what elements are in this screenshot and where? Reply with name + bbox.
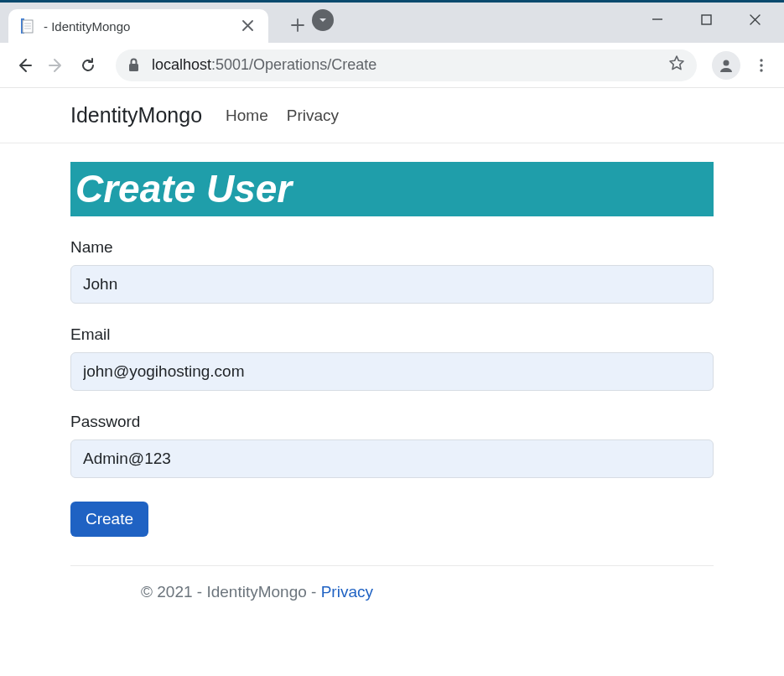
reload-button[interactable] bbox=[72, 49, 104, 81]
nav-link-privacy[interactable]: Privacy bbox=[287, 107, 339, 125]
forward-button bbox=[40, 49, 72, 81]
nav-link-home[interactable]: Home bbox=[226, 107, 268, 125]
main-container: Create User Name Email Password Create ©… bbox=[0, 143, 784, 627]
url-host: localhost bbox=[152, 56, 211, 74]
svg-point-10 bbox=[760, 64, 762, 66]
browser-chrome: - IdentityMongo bbox=[0, 3, 784, 88]
address-bar[interactable]: localhost:5001/Operations/Create bbox=[116, 49, 697, 81]
page-content: IdentityMongo Home Privacy Create User N… bbox=[0, 88, 784, 627]
browser-toolbar: localhost:5001/Operations/Create bbox=[0, 43, 784, 88]
email-label: Email bbox=[70, 325, 714, 344]
brand-link[interactable]: IdentityMongo bbox=[70, 103, 202, 127]
create-button[interactable]: Create bbox=[70, 502, 148, 537]
back-button[interactable] bbox=[8, 49, 40, 81]
form-group-email: Email bbox=[70, 325, 714, 391]
close-window-button[interactable] bbox=[730, 3, 779, 35]
password-input[interactable] bbox=[70, 439, 714, 478]
email-input[interactable] bbox=[70, 352, 714, 391]
kebab-menu-button[interactable] bbox=[747, 51, 776, 80]
form-group-name: Name bbox=[70, 238, 714, 304]
close-tab-icon[interactable] bbox=[239, 18, 257, 35]
svg-point-8 bbox=[724, 60, 729, 65]
browser-tab[interactable]: - IdentityMongo bbox=[8, 9, 268, 43]
window-controls bbox=[633, 3, 784, 36]
tab-title: - IdentityMongo bbox=[44, 19, 239, 34]
url-path: :5001/Operations/Create bbox=[211, 56, 376, 74]
maximize-button[interactable] bbox=[682, 3, 730, 35]
svg-point-11 bbox=[760, 69, 762, 71]
page-title: Create User bbox=[70, 162, 714, 216]
name-label: Name bbox=[70, 238, 714, 257]
password-label: Password bbox=[70, 413, 714, 431]
svg-rect-7 bbox=[129, 64, 138, 71]
lock-icon bbox=[127, 58, 140, 72]
name-input[interactable] bbox=[70, 265, 714, 304]
site-navbar: IdentityMongo Home Privacy bbox=[0, 88, 784, 143]
form-group-password: Password bbox=[70, 413, 714, 478]
profile-button[interactable] bbox=[712, 51, 740, 80]
svg-point-9 bbox=[760, 59, 762, 61]
favicon-icon bbox=[20, 18, 35, 34]
minimize-button[interactable] bbox=[633, 3, 682, 35]
titlebar: - IdentityMongo bbox=[0, 3, 784, 43]
tab-search-button[interactable] bbox=[312, 9, 334, 31]
footer-privacy-link[interactable]: Privacy bbox=[321, 583, 373, 601]
footer-text: © 2021 - IdentityMongo - bbox=[141, 583, 321, 601]
svg-rect-6 bbox=[702, 15, 711, 24]
footer: © 2021 - IdentityMongo - Privacy bbox=[70, 565, 714, 618]
new-tab-button[interactable] bbox=[283, 11, 312, 39]
bookmark-star-icon[interactable] bbox=[668, 55, 685, 75]
